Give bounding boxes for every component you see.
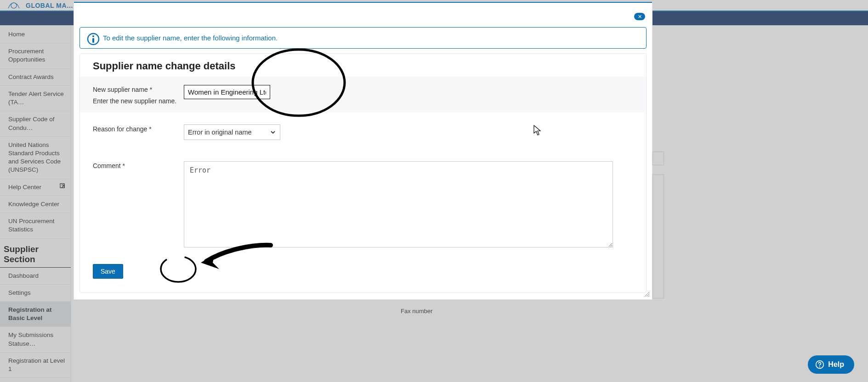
un-wreath-icon — [6, 0, 22, 11]
form-box: Supplier name change details New supplie… — [79, 53, 647, 293]
svg-rect-4 — [92, 38, 94, 43]
reason-select[interactable]: Error in original name — [184, 124, 280, 140]
info-banner: To edit the supplier name, enter the fol… — [79, 27, 647, 49]
comment-textarea[interactable] — [184, 161, 613, 247]
sidebar-item[interactable]: Home — [0, 26, 71, 43]
row-comment: Comment * — [80, 157, 646, 253]
new-name-label: New supplier name * — [93, 85, 184, 95]
sidebar-item[interactable]: Knowledge Center — [0, 196, 71, 213]
save-button[interactable]: Save — [93, 264, 123, 279]
help-label: Help — [828, 360, 844, 369]
sidebar-item[interactable]: Tender Alert Service (TA… — [0, 86, 71, 111]
modal-header: ✕ — [74, 2, 652, 27]
close-icon: ✕ — [638, 14, 642, 20]
sidebar: HomeProcurement OpportunitiesContract Aw… — [0, 26, 71, 382]
sidebar-item[interactable]: Registration at Basic Level — [0, 302, 71, 327]
sidebar-item[interactable]: Procurement Opportunities — [0, 43, 71, 68]
comment-label: Comment * — [93, 161, 184, 171]
row-new-name: New supplier name * Enter the new suppli… — [80, 77, 646, 112]
brand-text: GLOBAL MA… — [26, 2, 74, 9]
brand-logo: GLOBAL MA… — [6, 0, 74, 11]
external-link-icon — [60, 183, 66, 190]
svg-point-11 — [819, 366, 820, 367]
reason-select-value: Error in original name — [188, 129, 252, 136]
chevron-down-icon — [270, 129, 276, 135]
info-text: To edit the supplier name, enter the fol… — [103, 34, 278, 42]
sidebar-item[interactable]: UN Procurement Statistics — [0, 213, 71, 238]
help-widget[interactable]: Help — [808, 355, 854, 374]
sidebar-item[interactable]: My Submissions Statuse… — [0, 327, 71, 352]
sidebar-item[interactable]: United Nations Standard Products and Ser… — [0, 137, 71, 179]
sidebar-section-title: Supplier Section — [0, 239, 71, 268]
bg-field — [652, 152, 664, 165]
sidebar-item[interactable]: Supplier Code of Condu… — [0, 111, 71, 136]
sidebar-item[interactable]: Contract Awards — [0, 69, 71, 86]
close-button[interactable]: ✕ — [634, 13, 645, 20]
resize-grip-icon[interactable] — [644, 291, 649, 297]
sidebar-item[interactable]: Help Center — [0, 179, 71, 196]
sidebar-item[interactable]: Registration at Level 1 — [0, 353, 71, 378]
sidebar-item[interactable]: Settings — [0, 285, 71, 302]
row-reason: Reason for change * Error in original na… — [80, 121, 646, 144]
svg-point-3 — [92, 35, 94, 37]
svg-line-7 — [648, 296, 649, 297]
reason-label: Reason for change * — [93, 124, 184, 134]
new-name-hint: Enter the new supplier name. — [93, 96, 184, 106]
info-icon — [86, 32, 100, 46]
help-icon — [815, 360, 824, 369]
supplier-name-change-modal: ✕ To edit the supplier name, enter the f… — [74, 1, 652, 300]
fax-label: Fax number — [401, 308, 432, 315]
sidebar-item[interactable]: Dashboard — [0, 268, 71, 285]
form-title: Supplier name change details — [80, 54, 646, 72]
new-supplier-name-input[interactable] — [184, 85, 270, 99]
sidebar-item[interactable]: My Documents — [0, 378, 71, 382]
bg-panel — [652, 174, 664, 298]
